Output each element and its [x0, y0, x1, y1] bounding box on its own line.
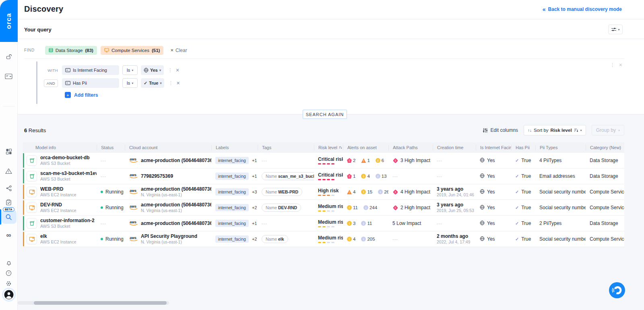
alert-high[interactable]: !1 — [361, 158, 369, 163]
tag-chip[interactable]: Name WEB-PRD — [262, 188, 302, 196]
alert-high[interactable]: !4 — [347, 189, 355, 194]
column-header-labels[interactable]: Labels — [211, 145, 258, 150]
search-again-button[interactable]: SEARCH AGAIN — [303, 110, 347, 119]
more-labels-count[interactable]: +2 — [252, 205, 257, 210]
condition-value-dropdown[interactable]: ✓ True ▾ — [141, 78, 164, 88]
label-chip[interactable]: internet_facing — [215, 204, 249, 211]
orca-logo[interactable]: orca — [0, 0, 18, 42]
alert-medium[interactable]: !15 — [361, 189, 372, 194]
tag-chip[interactable]: Name DEV-RND — [262, 204, 301, 212]
table-row[interactable]: elkAWS EC2 InstanceRunningawsAPI Securit… — [23, 231, 624, 247]
more-labels-count[interactable]: +1 — [252, 158, 257, 163]
aws-logo: aws — [129, 173, 138, 179]
alert-medium[interactable]: !4 — [347, 237, 355, 241]
automations-infinity-icon[interactable]: ∞ — [3, 230, 14, 241]
table-row[interactable]: DEV-RNDAWS EC2 InstanceRunningawsacme-pr… — [23, 200, 624, 216]
filter-chip-compute-services[interactable]: Compute Services (51) — [101, 46, 163, 55]
filter-chip-data-storage[interactable]: Data Storage (83) — [45, 46, 97, 55]
alerts-warning-icon[interactable] — [3, 165, 14, 177]
alert-low[interactable]: i263 — [378, 189, 388, 194]
more-labels-count[interactable]: +2 — [252, 237, 257, 241]
group-by-dropdown-disabled[interactable]: Group by ▾ — [592, 125, 624, 135]
column-header-model-info[interactable]: Model info — [23, 145, 97, 150]
risk-dash — [327, 163, 330, 164]
condition-operator-dropdown[interactable]: Is ▾ — [122, 65, 138, 75]
category-value: Data Storage — [590, 173, 618, 179]
condition-menu-dots-icon[interactable]: ⋮ — [168, 67, 173, 73]
condition-operator-dropdown[interactable]: Is ▾ — [122, 78, 138, 88]
alert-low[interactable]: i244 — [363, 205, 377, 210]
alert-medium[interactable]: !4 — [361, 174, 369, 179]
svg-text:aws: aws — [130, 236, 136, 240]
attack-path-graph-icon[interactable] — [3, 183, 14, 194]
conditions-remove-button[interactable]: × — [619, 62, 622, 68]
column-header-attack-paths[interactable]: Attack Paths — [388, 145, 433, 150]
empty-value: --- — [262, 158, 267, 163]
settings-gear-icon[interactable] — [3, 278, 14, 289]
plus-icon: + — [65, 92, 71, 98]
condition-remove-button[interactable]: × — [176, 80, 180, 86]
label-chip[interactable]: internet_facing — [215, 188, 249, 196]
more-labels-count[interactable]: +1 — [252, 174, 257, 179]
sort-by-dropdown[interactable]: ↑↓ Sort by Risk level ▾ — [524, 125, 586, 135]
tag-chip[interactable]: Name elk — [262, 235, 288, 243]
alert-low[interactable]: i11 — [361, 221, 372, 226]
column-header-creation-time[interactable]: Creation time — [433, 145, 476, 150]
more-labels-count[interactable]: +1 — [252, 221, 257, 226]
notifications-bell-icon[interactable] — [3, 257, 14, 268]
query-settings-button[interactable]: ▾ — [608, 25, 623, 34]
horizontal-scrollbar[interactable] — [18, 301, 169, 305]
risk-dash — [327, 195, 330, 196]
alert-medium[interactable]: !6 — [376, 158, 384, 163]
unlock-icon[interactable] — [3, 51, 14, 62]
orca-assistant-fab[interactable] — [609, 282, 625, 298]
scrollbar-thumb[interactable] — [34, 301, 167, 305]
table-row[interactable]: customer-information-2AWS S3 Bucket---aw… — [23, 216, 624, 231]
column-header-alerts[interactable]: Alerts on asset — [343, 145, 388, 150]
column-header-status[interactable]: Status — [97, 145, 125, 150]
table-row[interactable]: WEB-PRDAWS EC2 InstanceRunningawsacme-pr… — [23, 184, 624, 200]
alert-low[interactable]: i205 — [361, 237, 375, 241]
condition-remove-button[interactable]: × — [176, 67, 179, 73]
more-labels-count[interactable]: +3 — [252, 189, 257, 194]
asset-filter-select-icon[interactable] — [3, 71, 14, 82]
asset-s3-icon — [27, 155, 37, 166]
table-row[interactable]: orca-demo-bucket-dbAWS S3 Bucket---awsac… — [23, 153, 624, 169]
condition-menu-dots-icon[interactable]: ⋮ — [168, 80, 173, 86]
tag-chip[interactable]: Name scan_me_s3_bucket — [262, 172, 314, 180]
condition-value-dropdown[interactable]: Yes ▾ — [141, 65, 164, 75]
alerts-cell: !2!1!6i10 — [343, 158, 388, 163]
label-chip[interactable]: internet_facing — [215, 157, 249, 164]
medium-severity-icon: ! — [347, 205, 352, 210]
help-icon[interactable]: ? — [3, 267, 14, 279]
conditions-menu-dots-icon[interactable]: ⋮ — [610, 62, 615, 68]
dashboard-icon[interactable] — [3, 146, 14, 157]
edit-columns-button[interactable]: Edit columns — [483, 127, 518, 133]
condition-field-dropdown[interactable]: Has Pii — [62, 78, 119, 88]
column-header-internet-facing[interactable]: Is Internet Facing — [476, 145, 511, 150]
label-chip[interactable]: internet_facing — [215, 220, 249, 227]
discovery-search-icon[interactable] — [3, 211, 14, 223]
add-filters-button[interactable]: + Add filters — [65, 92, 644, 98]
back-to-manual-discovery-link[interactable]: « Back to manual discovery mode — [543, 6, 622, 12]
column-header-risk-level[interactable]: Risk level — [314, 145, 343, 150]
label-chip[interactable]: internet_facing — [215, 235, 249, 243]
table-row[interactable]: scan-me-s3-bucket-m1evrAWS S3 Bucket---a… — [23, 169, 624, 184]
user-avatar[interactable] — [3, 289, 14, 300]
clear-filters-button[interactable]: × Clear — [170, 47, 187, 53]
alert-medium[interactable]: !3 — [347, 221, 355, 226]
compliance-clipboard-icon[interactable] — [3, 197, 14, 208]
column-header-pii-types[interactable]: Pii Types — [535, 145, 586, 150]
condition-field-dropdown[interactable]: Is Internet Facing — [62, 65, 119, 75]
condition-connector[interactable]: AND — [44, 79, 58, 87]
column-header-tags[interactable]: Tags — [258, 145, 314, 150]
column-header-cloud-account[interactable]: Cloud account — [125, 145, 211, 150]
column-header-has-pii[interactable]: Has Pii — [511, 145, 535, 150]
column-header-category[interactable]: Category (New) — [586, 145, 624, 150]
status-cell: Running — [97, 236, 125, 242]
alert-critical[interactable]: !1 — [347, 174, 355, 179]
alert-medium[interactable]: !11 — [347, 205, 358, 210]
alert-critical[interactable]: !2 — [347, 158, 355, 163]
alert-low[interactable]: i13 — [376, 174, 387, 179]
label-chip[interactable]: internet_facing — [215, 173, 249, 180]
